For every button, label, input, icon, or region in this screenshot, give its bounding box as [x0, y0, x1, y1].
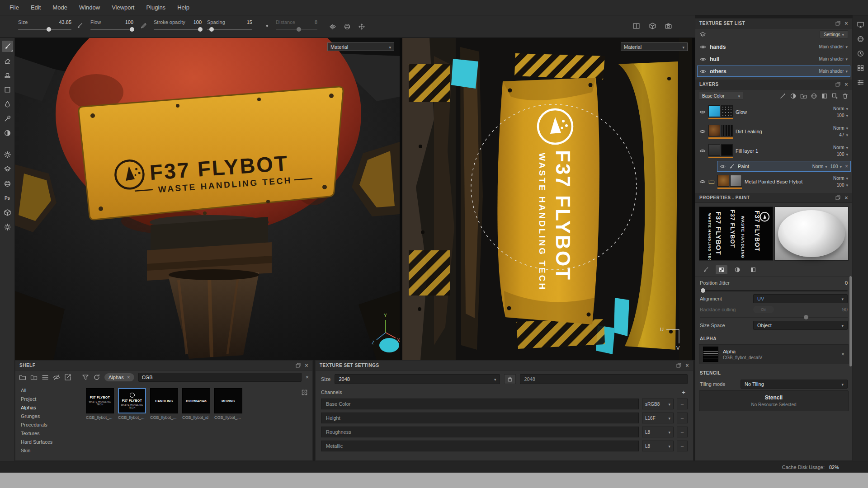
blend-mode-dropdown[interactable]: Norm: [833, 176, 848, 181]
expand-panel-icon[interactable]: [676, 362, 682, 368]
layer-thumbnail[interactable]: [717, 175, 729, 187]
category-project[interactable]: Project: [21, 396, 80, 402]
channel-name[interactable]: Metallic: [321, 441, 639, 451]
texture-set-row-hull[interactable]: hull Main shader: [697, 53, 850, 65]
stencil-resource-button[interactable]: Stencil No Resource Selected: [699, 390, 849, 411]
category-procedurals[interactable]: Procedurals: [21, 422, 80, 427]
expand-panel-icon[interactable]: [835, 20, 841, 26]
eraser-tool[interactable]: [2, 55, 13, 66]
channel-name[interactable]: Roughness: [321, 427, 639, 437]
size-space-dropdown[interactable]: Object: [753, 321, 848, 330]
visibility-eye-icon[interactable]: [700, 44, 706, 50]
channel-format-dropdown[interactable]: sRGB8: [642, 399, 674, 409]
remove-filter-icon[interactable]: ×: [127, 375, 130, 380]
layer-row-fill-layer-1[interactable]: Fill layer 1 Norm 100: [697, 141, 851, 160]
channel-format-dropdown[interactable]: L8: [642, 427, 674, 437]
opacity-dropdown[interactable]: 100: [830, 164, 842, 169]
menu-viewport[interactable]: Viewport: [106, 4, 140, 11]
quick-mask-tool[interactable]: [2, 178, 13, 189]
expand-panel-icon[interactable]: [295, 362, 301, 368]
menu-plugins[interactable]: Plugins: [140, 4, 171, 11]
layer-mask-thumbnail[interactable]: [730, 175, 742, 187]
folder-icon[interactable]: [708, 178, 715, 185]
material-picker-tool[interactable]: [2, 127, 13, 139]
layer-thumbnail[interactable]: [708, 105, 720, 117]
alpha-resource-slot[interactable]: Alpha CGB_flybot_decalV ×: [699, 344, 849, 364]
grid-view-icon[interactable]: [301, 388, 308, 396]
menu-file[interactable]: File: [4, 4, 25, 11]
opacity-dropdown[interactable]: 100: [837, 113, 848, 118]
shader-dropdown[interactable]: Main shader: [819, 44, 848, 49]
tiling-mode-dropdown[interactable]: No Tiling: [741, 380, 848, 389]
channel-format-dropdown[interactable]: L16F: [642, 413, 674, 423]
shader-dropdown[interactable]: Main shader: [819, 69, 848, 74]
folder-icon[interactable]: [19, 374, 26, 381]
opacity-dropdown[interactable]: 47: [839, 132, 848, 137]
viewport-2d[interactable]: F37 FLYBOT WASTE HANDLING TECH U V Mater…: [402, 38, 692, 360]
category-alphas[interactable]: Alphas: [21, 405, 80, 410]
alpha-texture-preview[interactable]: F37 FLYBOT WASTE HANDLING TECH F37 FLYBO…: [699, 206, 773, 261]
shader-dropdown[interactable]: Main shader: [819, 56, 848, 61]
filter-icon[interactable]: [82, 374, 89, 381]
channel-name[interactable]: Base Color: [321, 399, 639, 409]
menu-help[interactable]: Help: [171, 4, 195, 11]
layer-mask-thumbnail[interactable]: [721, 144, 733, 156]
properties-scrollbar[interactable]: [849, 276, 852, 366]
lock-aspect-icon[interactable]: [504, 374, 516, 384]
material-sphere-preview[interactable]: [774, 206, 849, 261]
delete-layer-icon[interactable]: [842, 93, 849, 99]
alignment-dropdown[interactable]: UV: [753, 294, 848, 303]
layer-row-paint-selected[interactable]: Paint Norm 100 ×: [717, 161, 851, 172]
visibility-eye-icon[interactable]: [700, 68, 706, 75]
resource-item-selected[interactable]: F37 FLYBOT WASTE HANDLING TECH CGB_flybo…: [118, 388, 146, 420]
clear-alpha-icon[interactable]: ×: [841, 352, 844, 357]
channel-name[interactable]: Height: [321, 413, 639, 423]
list-view-icon[interactable]: [42, 374, 49, 381]
expand-panel-icon[interactable]: [835, 81, 841, 87]
layers-panel-tool[interactable]: [2, 164, 13, 175]
hide-resources-icon[interactable]: [53, 374, 60, 381]
spacing-slider[interactable]: [207, 29, 252, 30]
menu-mode[interactable]: Mode: [47, 4, 73, 11]
remove-channel-icon[interactable]: −: [677, 441, 688, 451]
spacing-value[interactable]: 15: [247, 19, 252, 25]
add-folder-icon[interactable]: [800, 93, 807, 99]
material-mode-dropdown-2d[interactable]: Material: [621, 42, 688, 51]
clone-tool[interactable]: [2, 113, 13, 124]
category-textures[interactable]: Textures: [21, 431, 80, 436]
close-panel-icon[interactable]: ×: [844, 195, 848, 201]
blend-mode-dropdown[interactable]: Norm: [812, 164, 827, 169]
smudge-tool[interactable]: [2, 99, 13, 110]
resource-item[interactable]: #3305842346 CGB_flybot_id: [182, 388, 210, 420]
texture-set-row-hands[interactable]: hands Main shader: [697, 41, 850, 52]
resource-item[interactable]: MOVING CGB_flybot_...: [214, 388, 242, 420]
menu-window[interactable]: Window: [73, 4, 106, 11]
visibility-eye-icon[interactable]: [699, 178, 706, 185]
texture-size-dropdown[interactable]: 2048: [335, 374, 500, 384]
display-settings-icon[interactable]: [857, 21, 864, 28]
paint-brush-tool[interactable]: [2, 41, 13, 52]
layer-row-metal-painted-base[interactable]: Metal Painted Base Flybot Norm 100: [697, 172, 851, 191]
stroke-pen-icon[interactable]: [140, 21, 147, 29]
visibility-eye-icon[interactable]: [699, 109, 706, 115]
clear-search-icon[interactable]: ×: [306, 375, 309, 380]
visibility-eye-icon[interactable]: [720, 164, 726, 169]
tab-brush[interactable]: [700, 265, 712, 274]
remove-channel-icon[interactable]: −: [677, 399, 688, 409]
spacing-dot-icon[interactable]: [264, 21, 271, 29]
polygon-fill-tool[interactable]: [2, 84, 13, 95]
menu-edit[interactable]: Edit: [25, 4, 47, 11]
add-folder-icon[interactable]: [30, 374, 38, 381]
close-panel-icon[interactable]: ×: [305, 363, 308, 368]
refresh-icon[interactable]: [93, 374, 100, 381]
channel-filter-dropdown[interactable]: Base Color: [699, 92, 743, 100]
add-channel-icon[interactable]: +: [679, 389, 688, 396]
flow-value[interactable]: 100: [125, 19, 133, 25]
category-grunges[interactable]: Grunges: [21, 413, 80, 419]
shader-settings-icon[interactable]: [857, 35, 864, 43]
layer-thumbnail[interactable]: [708, 144, 720, 156]
history-icon[interactable]: [857, 50, 864, 57]
visibility-eye-icon[interactable]: [699, 148, 706, 154]
photoshop-plugin-tool[interactable]: Ps: [2, 192, 13, 204]
resources-tool[interactable]: [2, 207, 13, 218]
